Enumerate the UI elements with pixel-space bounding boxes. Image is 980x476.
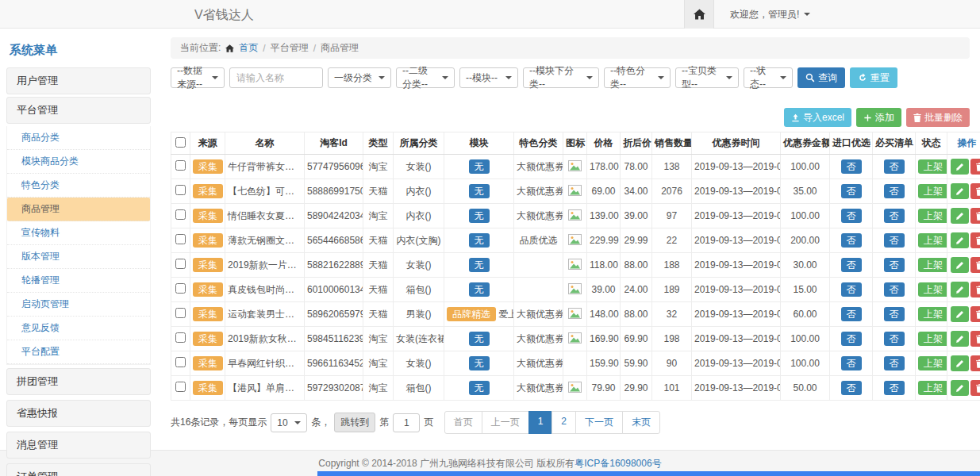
user-menu[interactable]: 欢迎您，管理员! bbox=[730, 8, 810, 21]
horizontal-scrollbar[interactable] bbox=[317, 471, 980, 476]
filter-select[interactable]: 一级分类 bbox=[328, 67, 391, 88]
filter-select[interactable]: --二级分类-- bbox=[396, 67, 455, 88]
status-badge[interactable]: 上架 bbox=[918, 282, 947, 297]
imported-toggle[interactable]: 否 bbox=[841, 184, 862, 198]
row-checkbox[interactable] bbox=[175, 283, 186, 294]
import-excel-button[interactable]: 导入excel bbox=[784, 108, 851, 127]
must-buy-toggle[interactable]: 否 bbox=[884, 356, 905, 370]
imported-toggle[interactable]: 否 bbox=[841, 307, 862, 321]
imported-toggle[interactable]: 否 bbox=[841, 159, 862, 174]
sidebar-item[interactable]: 轮播管理 bbox=[7, 269, 150, 293]
must-buy-toggle[interactable]: 否 bbox=[884, 159, 905, 174]
status-badge[interactable]: 上架 bbox=[918, 233, 947, 248]
row-checkbox[interactable] bbox=[175, 185, 186, 195]
row-checkbox[interactable] bbox=[175, 357, 186, 367]
status-badge[interactable]: 上架 bbox=[918, 258, 947, 272]
sidebar-group[interactable]: 订单管理 bbox=[6, 463, 151, 476]
row-checkbox[interactable] bbox=[175, 308, 186, 318]
delete-button[interactable] bbox=[970, 306, 980, 322]
jump-page-input[interactable] bbox=[393, 413, 420, 432]
filter-select[interactable]: --模块-- bbox=[459, 67, 518, 88]
must-buy-toggle[interactable]: 否 bbox=[884, 184, 905, 198]
add-button[interactable]: 添加 bbox=[856, 108, 901, 127]
data-source-select[interactable]: --数据来源-- bbox=[171, 67, 225, 88]
status-badge[interactable]: 上架 bbox=[918, 159, 947, 174]
sidebar-group[interactable]: 省惠快报 bbox=[6, 400, 151, 427]
page-button[interactable]: 2 bbox=[551, 411, 576, 434]
imported-toggle[interactable]: 否 bbox=[841, 332, 862, 346]
sidebar-item[interactable]: 启动页管理 bbox=[7, 293, 150, 317]
icp-link[interactable]: 粤ICP备16098006号 bbox=[575, 457, 661, 470]
status-badge[interactable]: 上架 bbox=[918, 209, 947, 223]
filter-select[interactable]: --宝贝类型-- bbox=[675, 67, 739, 88]
must-buy-toggle[interactable]: 否 bbox=[884, 381, 905, 395]
sidebar-item[interactable]: 模块商品分类 bbox=[7, 150, 150, 174]
edit-button[interactable] bbox=[951, 331, 969, 347]
status-badge[interactable]: 上架 bbox=[918, 184, 947, 198]
sidebar-group[interactable]: 用户管理 bbox=[6, 67, 151, 94]
imported-toggle[interactable]: 否 bbox=[841, 282, 862, 297]
page-button[interactable]: 1 bbox=[528, 411, 553, 434]
filter-select[interactable]: --模块下分类-- bbox=[523, 67, 599, 88]
delete-button[interactable] bbox=[970, 257, 980, 273]
row-checkbox[interactable] bbox=[175, 160, 186, 171]
status-badge[interactable]: 上架 bbox=[918, 356, 947, 370]
search-button[interactable]: 查询 bbox=[797, 67, 845, 88]
imported-toggle[interactable]: 否 bbox=[841, 356, 862, 370]
select-all-checkbox[interactable] bbox=[175, 137, 186, 148]
must-buy-toggle[interactable]: 否 bbox=[884, 282, 905, 297]
edit-button[interactable] bbox=[951, 183, 969, 199]
status-badge[interactable]: 上架 bbox=[918, 307, 947, 321]
delete-button[interactable] bbox=[970, 183, 980, 199]
row-checkbox[interactable] bbox=[175, 209, 186, 220]
status-badge[interactable]: 上架 bbox=[918, 381, 947, 395]
sidebar-item[interactable]: 特色分类 bbox=[7, 174, 150, 198]
filter-select[interactable]: --状态-- bbox=[744, 67, 793, 88]
sidebar-item[interactable]: 平台配置 bbox=[7, 340, 150, 364]
status-badge[interactable]: 上架 bbox=[918, 332, 947, 346]
imported-toggle[interactable]: 否 bbox=[841, 381, 862, 395]
delete-button[interactable] bbox=[970, 380, 980, 396]
page-size-select[interactable]: 10 bbox=[271, 413, 307, 432]
must-buy-toggle[interactable]: 否 bbox=[884, 258, 905, 272]
page-button[interactable]: 末页 bbox=[622, 411, 660, 434]
delete-button[interactable] bbox=[970, 355, 980, 371]
delete-button[interactable] bbox=[970, 159, 980, 175]
imported-toggle[interactable]: 否 bbox=[841, 209, 862, 223]
edit-button[interactable] bbox=[951, 355, 969, 371]
edit-button[interactable] bbox=[951, 232, 969, 248]
row-checkbox[interactable] bbox=[175, 332, 186, 343]
edit-button[interactable] bbox=[951, 159, 969, 175]
name-search-input[interactable] bbox=[229, 67, 323, 88]
must-buy-toggle[interactable]: 否 bbox=[884, 307, 905, 321]
sidebar-group[interactable]: 平台管理 bbox=[6, 97, 151, 124]
delete-button[interactable] bbox=[970, 331, 980, 347]
bulk-delete-button[interactable]: 批量删除 bbox=[906, 108, 970, 127]
must-buy-toggle[interactable]: 否 bbox=[884, 233, 905, 248]
must-buy-toggle[interactable]: 否 bbox=[884, 209, 905, 223]
edit-button[interactable] bbox=[951, 257, 969, 273]
delete-button[interactable] bbox=[970, 208, 980, 224]
breadcrumb-home-link[interactable]: 首页 bbox=[239, 41, 258, 55]
row-checkbox[interactable] bbox=[175, 259, 186, 269]
page-button[interactable]: 上一页 bbox=[482, 411, 529, 434]
sidebar-item[interactable]: 版本管理 bbox=[7, 245, 150, 269]
page-button[interactable]: 首页 bbox=[444, 411, 482, 434]
reset-button[interactable]: 重置 bbox=[850, 67, 897, 88]
must-buy-toggle[interactable]: 否 bbox=[884, 332, 905, 346]
sidebar-item[interactable]: 宣传物料 bbox=[7, 221, 150, 245]
delete-button[interactable] bbox=[970, 282, 980, 298]
edit-button[interactable] bbox=[951, 380, 969, 396]
filter-select[interactable]: --特色分类-- bbox=[604, 67, 671, 88]
edit-button[interactable] bbox=[951, 208, 969, 224]
jump-button[interactable]: 跳转到 bbox=[334, 413, 375, 432]
delete-button[interactable] bbox=[970, 232, 980, 248]
imported-toggle[interactable]: 否 bbox=[841, 233, 862, 248]
home-button[interactable] bbox=[684, 0, 714, 29]
sidebar-group[interactable]: 消息管理 bbox=[6, 432, 151, 459]
sidebar-item[interactable]: 意见反馈 bbox=[7, 317, 150, 340]
edit-button[interactable] bbox=[951, 306, 969, 322]
sidebar-item[interactable]: 商品管理 bbox=[7, 198, 150, 221]
sidebar-group[interactable]: 拼团管理 bbox=[6, 368, 151, 395]
sidebar-item[interactable]: 商品分类 bbox=[7, 126, 150, 150]
